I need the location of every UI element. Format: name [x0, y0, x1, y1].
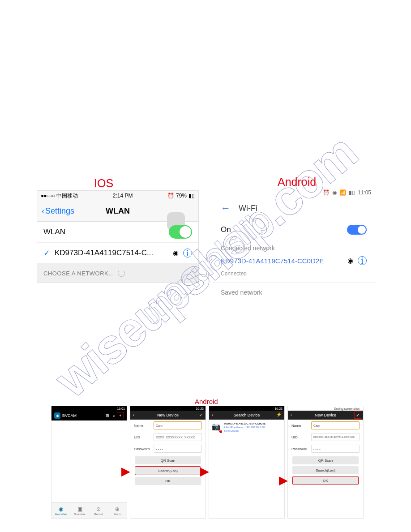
chevron-left-icon: ‹	[42, 206, 44, 216]
uid-label: UID	[291, 435, 308, 439]
connected-network-row[interactable]: KD973D-41A4119C7514-CC0D2E ◉ i	[213, 253, 375, 270]
nav-live[interactable]: ◉Live video	[51, 503, 70, 518]
name-field[interactable]: Cam	[154, 421, 202, 429]
info-icon[interactable]: i	[358, 256, 367, 265]
password-label: Password	[291, 447, 308, 451]
nav-alarm[interactable]: ⊕Alarm	[108, 503, 127, 518]
confirm-icon[interactable]: ✓	[199, 413, 203, 417]
device-result[interactable]: 📷☚ KD973D-41A4119C7514-CC0D2E LAN IP add…	[209, 420, 284, 435]
wifi-toggle[interactable]	[347, 225, 367, 235]
alarm-icon: ⏰	[323, 189, 330, 196]
wifi-title: Wi-Fi	[239, 204, 257, 213]
signal-icon: 📶	[339, 189, 346, 196]
name-field[interactable]: Cam	[311, 421, 360, 429]
alarm-icon: ⏰	[167, 193, 174, 199]
status-bar: 16:23	[130, 406, 206, 411]
flash-icon[interactable]: ⚡	[276, 412, 282, 417]
name-label: Name	[291, 424, 308, 428]
ios-nav-bar: ‹Settings WLAN	[37, 201, 198, 222]
phone-4: Saving screenshot ‹ New Device ✓ NameCam…	[287, 406, 364, 519]
arrow-icon: ▶	[279, 473, 288, 487]
wifi-icon: ︎◉	[173, 249, 179, 257]
time: 16:01	[117, 407, 125, 410]
carrier-name: 中国移动	[56, 192, 78, 200]
battery-icon: ▮▯	[349, 189, 355, 196]
saved-header: Saved network	[213, 282, 375, 298]
password-field[interactable]: • • • •	[311, 445, 360, 453]
status-bar: Saving screenshot	[288, 406, 363, 411]
device-ip: LAN IP address : 192.168.10.1:80	[224, 426, 266, 429]
wlan-label: WLAN	[43, 227, 169, 236]
camera-icon: ◉	[59, 506, 63, 512]
arrow-icon: ▶	[121, 464, 130, 478]
uid-field[interactable]: KD973D-41A4119C7514-CC0D2E	[311, 433, 360, 441]
back-icon[interactable]: ‹	[133, 413, 134, 417]
ios-nav-title: WLAN	[106, 206, 130, 216]
ok-button[interactable]: OK	[135, 477, 201, 485]
info-icon[interactable]: i	[183, 249, 192, 257]
add-button[interactable]: +	[117, 412, 124, 419]
wifi-on-row[interactable]: On	[213, 219, 375, 240]
signal-dots-icon: ●●○○○	[41, 193, 55, 199]
confirm-button[interactable]: ✓	[354, 412, 361, 419]
android-bottom-heading: Android	[195, 398, 218, 405]
battery-pct: 79%	[176, 193, 187, 199]
qr-scan-button[interactable]: QR Scan	[292, 456, 359, 464]
back-button[interactable]: ‹Settings	[42, 206, 74, 216]
search-icon[interactable]: ⌕	[111, 413, 117, 418]
app-title: BVCAM	[62, 413, 104, 418]
password-label: Password	[134, 447, 151, 451]
nav-label: Snapshot	[74, 513, 85, 515]
record-icon: ⊙	[96, 506, 101, 512]
search-lan-button[interactable]: Search(Lan)	[292, 466, 359, 474]
back-arrow-icon[interactable]: ←	[221, 202, 231, 214]
arrow-icon: ▶	[200, 464, 209, 478]
bottom-screenshot-row: 16:01 ◉ BVCAM ⊞ ⌕ + ◉Live video ▣Snapsho…	[51, 406, 364, 519]
qr-scan-button[interactable]: QR Scan	[135, 456, 201, 464]
name-label: Name	[134, 424, 151, 428]
network-name: KD973D-41A4119C7514-CC0D2E	[221, 257, 343, 265]
wlan-toggle[interactable]	[169, 225, 192, 239]
ios-time: 2:14 PM	[113, 193, 133, 199]
spinner-icon	[118, 270, 125, 277]
back-label: Settings	[45, 206, 74, 216]
search-lan-button[interactable]: Search(Lan)	[135, 466, 201, 475]
ok-button[interactable]: OK	[292, 476, 359, 485]
bvcam-titlebar: ◉ BVCAM ⊞ ⌕ +	[51, 411, 127, 420]
device-id: KD973D-41A4119C7514-CC0D2E	[224, 422, 266, 426]
nav-record[interactable]: ⊙Record	[89, 503, 108, 518]
phone-2: 16:23 ‹ New Device ✓ NameCam UIDXXXX_XXX…	[130, 406, 206, 519]
android-heading: Android	[278, 176, 316, 189]
wifi-icon: ◉	[332, 189, 337, 196]
android-time: 11:05	[358, 189, 371, 196]
network-name: KD973D-41A4119C7514-C...	[55, 249, 173, 257]
alarm-icon: ⊕	[115, 506, 120, 512]
grid-icon[interactable]: ⊞	[104, 413, 111, 418]
back-icon[interactable]: ‹	[291, 413, 292, 417]
phone-1: 16:01 ◉ BVCAM ⊞ ⌕ + ◉Live video ▣Snapsho…	[51, 406, 127, 519]
nav-label: Alarm	[114, 513, 121, 515]
wifi-header-row: ← Wi-Fi	[213, 197, 375, 219]
titlebar: ‹ New Device ✓	[130, 411, 206, 420]
password-field[interactable]: • • • •	[154, 445, 202, 453]
nav-snapshot[interactable]: ▣Snapshot	[70, 503, 89, 518]
phone-3: 16:23 ‹ Search Device ⚡ 📷☚ KD973D-41A411…	[209, 406, 285, 519]
network-row[interactable]: ✓ KD973D-41A4119C7514-C... ︎◉ i	[37, 243, 198, 264]
ios-heading: IOS	[94, 177, 113, 190]
android-screenshot: ⏰ ◉ 📶 ▮▯ 11:05 ← Wi-Fi On Connected netw…	[213, 188, 375, 298]
time: 16:23	[196, 407, 204, 410]
wifi-icon: ◉	[347, 257, 353, 265]
titlebar: ‹ Search Device ⚡	[209, 411, 284, 420]
connected-header: Connected network	[213, 240, 375, 253]
nav-label: Live video	[55, 513, 67, 515]
choose-network-header: CHOOSE A NETWORK...	[37, 264, 198, 283]
on-label: On	[221, 225, 231, 234]
back-icon[interactable]: ‹	[212, 413, 213, 417]
ios-status-bar: ●●○○○中国移动 2:14 PM ⏰79%▮▯	[37, 191, 198, 201]
title: New Device	[315, 413, 336, 417]
time: 16:23	[274, 407, 283, 410]
checkmark-icon: ✓	[43, 248, 50, 258]
photo-icon: ▣	[77, 506, 82, 512]
app-logo-icon: ◉	[54, 412, 60, 419]
uid-field[interactable]: XXXX_XXXXXXXX_XXXXX	[154, 433, 202, 441]
